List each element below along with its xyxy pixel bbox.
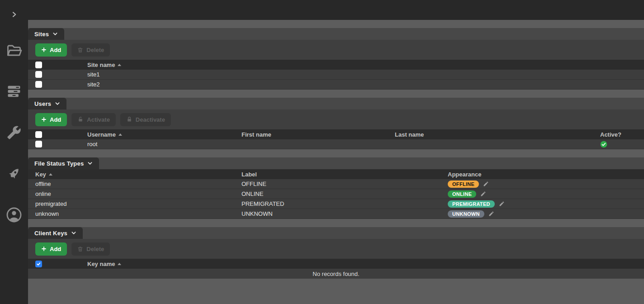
unlock-icon (77, 116, 84, 123)
users-column-header-username[interactable]: Username (80, 129, 234, 139)
row-checkbox[interactable] (35, 141, 42, 147)
column-label: Key name (87, 261, 115, 267)
file-status-types-panel-header: File Status Types (28, 157, 644, 169)
users-add-button[interactable]: Add (35, 113, 67, 126)
sidebar-item-deploy[interactable] (0, 159, 28, 188)
status-label-value: PREMIGRATED (242, 200, 284, 207)
sites-toolbar: Add Delete (28, 40, 644, 60)
status-badge: PREMIGRATED (448, 200, 495, 208)
client-keys-delete-button[interactable]: Delete (71, 242, 110, 256)
users-add-label: Add (50, 116, 61, 123)
client-keys-empty-row: No records found. (28, 269, 644, 279)
table-row: unknown UNKNOWN UNKNOWN (28, 209, 644, 219)
users-panel-header: Users (28, 98, 644, 109)
pencil-icon (483, 181, 489, 187)
users-activate-button[interactable]: Activate (71, 113, 116, 126)
site-name-value: site1 (87, 71, 99, 78)
tab-client-keys-label: Client Keys (34, 230, 67, 237)
main-content: Sites Add Delete (28, 20, 644, 304)
empty-message: No records found. (313, 271, 359, 277)
sidebar-expand-button[interactable] (0, 0, 28, 28)
sites-select-all-checkbox[interactable] (35, 62, 42, 68)
client-keys-delete-label: Delete (86, 246, 104, 252)
active-check-icon (600, 141, 607, 148)
tab-file-status-types-label: File Status Types (34, 160, 84, 167)
users-activate-label: Activate (87, 116, 110, 123)
column-label: Last name (395, 131, 424, 138)
client-keys-select-all-checkbox[interactable] (35, 261, 42, 267)
fst-column-header-appearance[interactable]: Appearance (440, 169, 644, 179)
column-label: Appearance (448, 171, 481, 178)
sidebar-item-account[interactable] (0, 200, 28, 229)
sites-column-header-site-name[interactable]: Site name (80, 60, 644, 70)
client-keys-table-header: Key name (28, 259, 644, 269)
users-deactivate-button[interactable]: Deactivate (120, 113, 171, 126)
client-keys-toolbar: Add Delete (28, 239, 644, 259)
status-key-value: offline (35, 180, 51, 187)
file-status-types-table-body: offline OFFLINE OFFLINE online ONLINE ON… (28, 179, 644, 219)
users-deactivate-label: Deactivate (136, 116, 165, 123)
users-table-body: root (28, 139, 644, 149)
row-checkbox[interactable] (35, 71, 42, 78)
wrench-icon (7, 125, 21, 140)
fst-column-header-label[interactable]: Label (234, 169, 440, 179)
tab-users[interactable]: Users (28, 98, 66, 109)
table-row: premigrated PREMIGRATED PREMIGRATED (28, 199, 644, 209)
status-key-value: unknown (35, 210, 59, 217)
status-key-value: premigrated (35, 200, 66, 207)
check-icon (36, 261, 41, 266)
client-keys-add-label: Add (50, 246, 61, 252)
sort-asc-icon (118, 64, 121, 66)
edit-appearance-button[interactable] (488, 211, 494, 217)
users-table-header: Username First name Last name Active? (28, 129, 644, 139)
users-panel: Users Add Activate (28, 98, 644, 149)
sites-table-body: site1 site2 (28, 70, 644, 90)
status-badge: ONLINE (448, 190, 476, 198)
sidebar-item-files[interactable] (0, 37, 28, 65)
client-keys-panel-header: Client Keys (28, 227, 644, 239)
status-badge: OFFLINE (448, 180, 479, 188)
chevron-down-icon (71, 230, 76, 236)
client-keys-panel: Client Keys Add Delete (28, 227, 644, 279)
client-keys-column-header-key-name[interactable]: Key name (80, 259, 644, 269)
sidebar (0, 0, 28, 304)
folder-open-icon (6, 43, 22, 59)
table-row: offline OFFLINE OFFLINE (28, 179, 644, 189)
client-keys-add-button[interactable]: Add (35, 242, 67, 256)
users-column-header-last-name[interactable]: Last name (388, 129, 593, 139)
sort-asc-icon (49, 173, 52, 176)
tab-file-status-types[interactable]: File Status Types (28, 157, 99, 169)
tab-client-keys[interactable]: Client Keys (28, 227, 83, 239)
fst-column-header-key[interactable]: Key (28, 169, 234, 179)
server-stack-icon (6, 84, 22, 99)
status-label-value: OFFLINE (242, 180, 266, 187)
chevron-down-icon (55, 101, 60, 106)
sidebar-item-settings[interactable] (0, 118, 28, 147)
sites-delete-label: Delete (86, 47, 104, 53)
pencil-icon (480, 191, 486, 197)
edit-appearance-button[interactable] (483, 181, 489, 187)
sidebar-item-jobs[interactable] (0, 77, 28, 105)
users-select-all-checkbox[interactable] (35, 131, 42, 138)
sites-add-button[interactable]: Add (35, 43, 67, 57)
status-label-value: ONLINE (242, 190, 263, 197)
site-name-value: site2 (87, 81, 99, 88)
trash-icon (77, 246, 83, 252)
column-label: First name (242, 131, 271, 138)
users-column-header-active[interactable]: Active? (593, 129, 644, 139)
tab-sites[interactable]: Sites (28, 28, 64, 40)
sort-asc-icon (118, 263, 121, 265)
rocket-icon (6, 166, 22, 181)
chevron-right-icon (10, 11, 18, 18)
sites-add-label: Add (50, 47, 61, 53)
edit-appearance-button[interactable] (499, 201, 505, 207)
row-checkbox[interactable] (35, 81, 42, 88)
sites-panel: Sites Add Delete (28, 28, 644, 90)
tab-users-label: Users (34, 100, 51, 107)
users-toolbar: Add Activate Deactivate (28, 109, 644, 129)
users-column-header-first-name[interactable]: First name (234, 129, 388, 139)
column-label: Site name (87, 62, 115, 68)
sites-delete-button[interactable]: Delete (71, 43, 110, 57)
edit-appearance-button[interactable] (480, 191, 486, 197)
username-value: root (87, 141, 97, 147)
